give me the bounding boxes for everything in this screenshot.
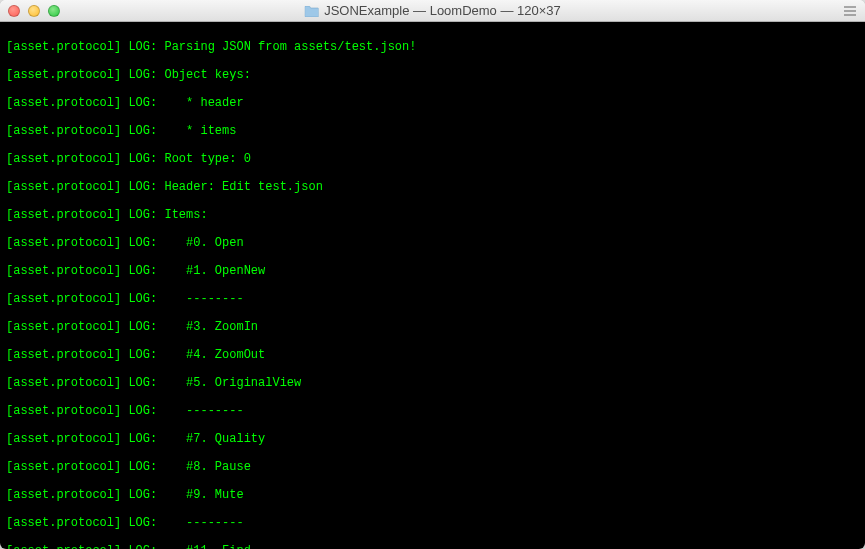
menu-icon[interactable] [843, 4, 857, 18]
log-line: [asset.protocol] LOG: * header [6, 96, 859, 110]
log-line: [asset.protocol] LOG: Parsing JSON from … [6, 40, 859, 54]
close-icon[interactable] [8, 5, 20, 17]
log-line: [asset.protocol] LOG: #4. ZoomOut [6, 348, 859, 362]
terminal-window: JSONExample — LoomDemo — 120×37 [asset.p… [0, 0, 865, 549]
log-line: [asset.protocol] LOG: #9. Mute [6, 488, 859, 502]
log-line: [asset.protocol] LOG: #7. Quality [6, 432, 859, 446]
log-line: [asset.protocol] LOG: Header: Edit test.… [6, 180, 859, 194]
log-line: [asset.protocol] LOG: -------- [6, 404, 859, 418]
log-line: [asset.protocol] LOG: -------- [6, 516, 859, 530]
log-line: [asset.protocol] LOG: #11. Find [6, 544, 859, 549]
svg-rect-0 [844, 6, 856, 8]
log-line: [asset.protocol] LOG: #5. OriginalView [6, 376, 859, 390]
titlebar[interactable]: JSONExample — LoomDemo — 120×37 [0, 0, 865, 22]
zoom-icon[interactable] [48, 5, 60, 17]
window-title-wrap: JSONExample — LoomDemo — 120×37 [304, 3, 561, 18]
svg-rect-2 [844, 14, 856, 16]
terminal-output[interactable]: [asset.protocol] LOG: Parsing JSON from … [0, 22, 865, 549]
log-line: [asset.protocol] LOG: #3. ZoomIn [6, 320, 859, 334]
log-line: [asset.protocol] LOG: Root type: 0 [6, 152, 859, 166]
log-line: [asset.protocol] LOG: Object keys: [6, 68, 859, 82]
window-title: JSONExample — LoomDemo — 120×37 [324, 3, 561, 18]
log-line: [asset.protocol] LOG: Items: [6, 208, 859, 222]
log-line: [asset.protocol] LOG: #8. Pause [6, 460, 859, 474]
log-line: [asset.protocol] LOG: #0. Open [6, 236, 859, 250]
minimize-icon[interactable] [28, 5, 40, 17]
folder-icon [304, 5, 318, 16]
log-line: [asset.protocol] LOG: * items [6, 124, 859, 138]
log-line: [asset.protocol] LOG: -------- [6, 292, 859, 306]
traffic-lights [8, 5, 60, 17]
log-line: [asset.protocol] LOG: #1. OpenNew [6, 264, 859, 278]
svg-rect-1 [844, 10, 856, 12]
